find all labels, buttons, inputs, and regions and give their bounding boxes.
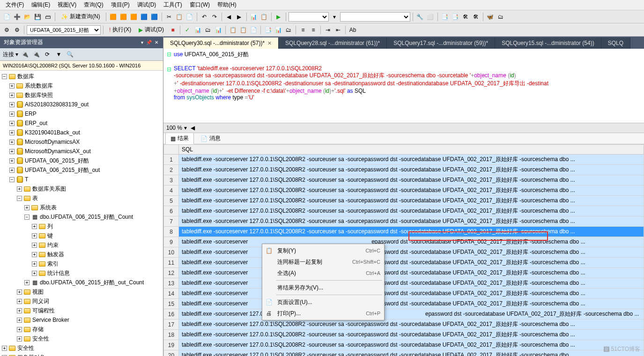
pin-icon[interactable]: 📌 [145,40,153,45]
row-number[interactable]: 10 [164,247,179,258]
results-tab[interactable]: ▦结果 [165,133,194,144]
table-row[interactable]: 18 tablediff.exe -sourceserver 127.0.0.1… [164,330,644,340]
tree-node[interactable]: + 列 [0,222,163,231]
cell[interactable]: tablediff.exe -sourceserverepassword dst… [179,268,644,278]
row-number[interactable]: 12 [164,268,179,278]
collapse-icon[interactable]: − [17,196,22,201]
filter-icon[interactable]: ▼ [54,50,63,59]
row-number[interactable]: 9 [164,237,179,247]
table-row[interactable]: 8 tablediff.exe -sourceserver 127.0.0.1\… [164,227,644,237]
toolbar-icon[interactable]: 🔧 [415,12,425,22]
stop-icon[interactable]: ■ [168,25,178,35]
debug-button[interactable]: ▶调试(D) [135,25,167,35]
play-icon[interactable]: ▶ [274,12,283,22]
cell[interactable]: tablediff.exe -sourceserver 127.0.0.1\SQ… [179,330,644,340]
context-menu-item[interactable]: 📋复制(Y)Ctrl+C [263,245,383,256]
table-row[interactable]: 4 tablediff.exe -sourceserver 127.0.0.1\… [164,185,644,196]
cell[interactable]: tablediff.exe -sourceserver 127.0.0.1\SQ… [179,155,644,165]
expand-icon[interactable]: + [9,83,15,89]
copy-icon[interactable]: 📋 [175,12,184,22]
tree-node[interactable]: + Service Broker [0,315,163,325]
toolbar-icon[interactable]: 🗂 [203,25,213,35]
table-row[interactable]: 15 tablediff.exe -sourceserverepassword … [164,299,644,309]
tab[interactable]: SQLQuery15.sql -...dministrator (54)) [495,37,601,49]
tree-node-table[interactable]: −▦dbo.UFDATA_006_2015_好酷_Count [0,212,163,222]
toolbar-icon[interactable]: 🔌 [20,50,30,59]
config-dropdown[interactable] [289,12,329,22]
toolbar-icon[interactable]: 🗂 [284,25,293,35]
open-icon[interactable]: 📂 [22,12,32,22]
zoom-level[interactable]: 100 % [166,125,182,131]
cell[interactable]: tablediff.exe -sourceserver 127.0.0.1\SQ… [179,196,644,206]
tree-node-db[interactable]: + ERP_out [0,119,163,128]
tree-node[interactable]: + 安全性 [0,334,163,343]
collapse-icon[interactable]: − [2,74,7,79]
menu-project[interactable]: 项目(P) [107,0,133,10]
tab[interactable]: SQLQuery17.sql -...dministrator (59))* [387,37,495,49]
collapse-icon[interactable]: − [9,177,15,182]
expand-icon[interactable]: + [17,289,22,295]
cut-icon[interactable]: ✂ [164,12,174,22]
expand-icon[interactable]: + [32,243,37,248]
expand-icon[interactable]: + [9,168,15,173]
tree-node-db[interactable]: + 数据库快照 [0,90,163,100]
expand-icon[interactable]: + [32,252,37,257]
cell[interactable]: tablediff.exe -sourceserverepassword dst… [179,237,644,247]
toolbar-icon[interactable]: 📊 [274,25,283,35]
save-all-icon[interactable]: 🗃 [43,12,52,22]
table-row[interactable]: 13 tablediff.exe -sourceserverepassword … [164,278,644,289]
tree-node-db[interactable]: + 系统数据库 [0,81,163,90]
menu-debug[interactable]: 调试(D) [133,0,160,10]
table-row[interactable]: 9 tablediff.exe -sourceserverepassword d… [164,237,644,247]
row-number[interactable]: 7 [164,216,179,227]
expand-icon[interactable]: + [17,336,22,341]
cell[interactable]: tablediff.exe -sourceserverepassword dst… [179,247,644,258]
expand-icon[interactable]: + [32,271,37,276]
toolbar-icon[interactable]: 🛠 [471,12,481,22]
table-row[interactable]: 1 tablediff.exe -sourceserver 127.0.0.1\… [164,155,644,165]
tree-node-tables[interactable]: −表 [0,193,163,203]
close-icon[interactable]: ✕ [154,40,159,45]
tab[interactable]: SQLQ [601,37,630,49]
row-number[interactable]: 17 [164,319,179,330]
cell[interactable]: tablediff.exe -sourceserver 127.0.0.1\SQ… [179,165,644,175]
cell[interactable]: tablediff.exe -sourceserver 127.0.0.1\SQ… [179,350,644,356]
context-menu-item[interactable]: 将结果另存为(V)... [263,282,383,293]
row-number[interactable]: 20 [164,350,179,356]
tree-node-table[interactable]: +▦dbo.UFDATA_006_2015_好酷_out_Count [0,278,163,287]
toolbar-icon[interactable]: ⚙ [2,25,11,35]
tab-active[interactable]: SQLQuery30.sql -...dministrator (57))*✕ [163,37,279,49]
corner-cell[interactable] [164,145,179,155]
context-menu-item[interactable]: 连同标题一起复制Ctrl+Shift+C [263,256,383,267]
expand-icon[interactable]: + [9,149,15,154]
dropdown-icon[interactable]: ▾ [184,125,187,131]
messages-tab[interactable]: 📄消息 [196,133,225,144]
tree-node[interactable]: + 同义词 [0,297,163,306]
toolbar-icon[interactable]: 📑 [263,25,273,35]
tree-node[interactable]: + 视图 [0,287,163,297]
menu-edit[interactable]: 编辑(E) [28,0,54,10]
settings-icon[interactable]: 🗂 [496,12,505,22]
expand-icon[interactable]: + [17,186,22,192]
tree-node[interactable]: + 统计信息 [0,268,163,278]
row-number[interactable]: 16 [164,309,179,319]
connect-button[interactable]: 连接 ▾ [3,51,18,59]
expand-icon[interactable]: + [17,299,22,304]
table-row[interactable]: 20 tablediff.exe -sourceserver 127.0.0.1… [164,350,644,356]
cell[interactable]: tablediff.exe -sourceserverepassword dst… [179,299,644,309]
toolbar-icon[interactable]: ⬜ [426,12,435,22]
expand-icon[interactable]: + [9,140,15,145]
expand-icon[interactable]: + [32,233,37,238]
indent-icon[interactable]: ⇥ [323,25,333,35]
row-number[interactable]: 4 [164,185,179,196]
cell[interactable]: tablediff.exe -sourceserverepassword dst… [179,258,644,268]
table-row[interactable]: 6 tablediff.exe -sourceserver 127.0.0.1\… [164,206,644,216]
toolbar-icon[interactable]: 🟦 [140,12,149,22]
tree-node[interactable]: + 键 [0,231,163,240]
toolbar-icon[interactable]: 🔌 [31,50,41,59]
tree-node-db[interactable]: + MicrosoftDynamicsAX_out [0,147,163,156]
parse-icon[interactable]: ✓ [183,25,192,35]
table-row[interactable]: 11 tablediff.exe -sourceserverepassword … [164,258,644,268]
new-project-icon[interactable]: 📄 [2,12,11,22]
table-row[interactable]: 14 tablediff.exe -sourceserverepassword … [164,289,644,299]
